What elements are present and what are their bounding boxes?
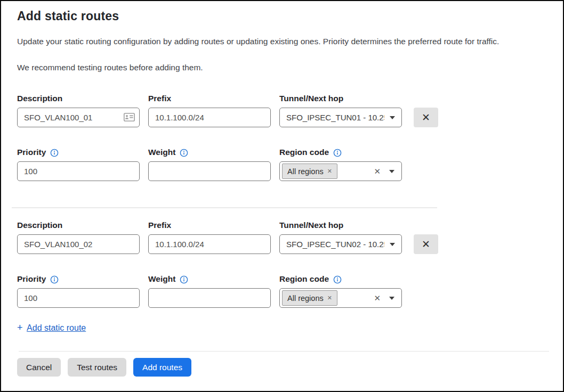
- clear-selection-icon[interactable]: ✕: [373, 294, 382, 302]
- info-icon[interactable]: [333, 149, 342, 157]
- region-tag-chip[interactable]: All regions ✕: [282, 290, 337, 306]
- cancel-button[interactable]: Cancel: [17, 358, 61, 377]
- prefix-field-group: Prefix: [148, 94, 271, 127]
- prefix-field-group: Prefix: [148, 220, 271, 254]
- prefix-label: Prefix: [148, 220, 271, 230]
- weight-label: Weight: [148, 148, 175, 157]
- tunnel-select[interactable]: SFO_IPSEC_TUN01 - 10.25...: [279, 108, 402, 127]
- tunnel-label: Tunnel/Next hop: [279, 94, 402, 103]
- chevron-down-icon: [389, 170, 394, 173]
- chip-close-icon[interactable]: ✕: [327, 168, 332, 174]
- region-tag-label: All regions: [287, 294, 324, 303]
- prefix-input[interactable]: [148, 108, 271, 127]
- tunnel-field-group: Tunnel/Next hop SFO_IPSEC_TUN01 - 10.25.…: [279, 94, 402, 127]
- dialog-footer: Cancel Test routes Add routes: [1, 351, 563, 391]
- chevron-down-icon: [389, 297, 394, 300]
- description-label: Description: [17, 220, 140, 230]
- weight-field-group: Weight: [148, 274, 271, 308]
- remove-route-button[interactable]: ✕: [414, 234, 438, 254]
- region-field-group: Region code All regions ✕ ✕: [279, 148, 402, 181]
- priority-input[interactable]: [17, 288, 140, 308]
- weight-input[interactable]: [148, 288, 271, 308]
- weight-input[interactable]: [148, 161, 271, 181]
- add-static-routes-dialog: { "dialog": { "title": "Add static route…: [0, 0, 564, 392]
- description-label: Description: [17, 94, 140, 103]
- tunnel-field-group: Tunnel/Next hop SFO_IPSEC_TUN02 - 10.25.…: [279, 220, 402, 254]
- weight-label: Weight: [148, 274, 175, 284]
- region-tag-chip[interactable]: All regions ✕: [282, 164, 337, 179]
- info-icon[interactable]: [50, 275, 59, 284]
- priority-input[interactable]: [17, 161, 140, 181]
- region-code-label: Region code: [279, 148, 329, 157]
- chevron-down-icon: [390, 116, 395, 119]
- region-field-group: Region code All regions ✕ ✕: [279, 274, 402, 308]
- tunnel-select-value: SFO_IPSEC_TUN01 - 10.25...: [286, 113, 384, 122]
- info-icon[interactable]: [50, 149, 59, 157]
- description-field-group: Description: [17, 220, 140, 254]
- description-input[interactable]: [17, 108, 140, 127]
- route-group-2: Description Prefix Tunnel/Next hop SFO_I…: [17, 220, 547, 308]
- page-title: Add static routes: [17, 9, 547, 23]
- prefix-input[interactable]: [148, 234, 271, 254]
- info-icon[interactable]: [333, 275, 342, 284]
- info-icon[interactable]: [180, 149, 188, 157]
- priority-field-group: Priority: [17, 274, 140, 308]
- region-multiselect[interactable]: All regions ✕ ✕: [279, 161, 402, 181]
- test-routes-button[interactable]: Test routes: [68, 358, 126, 377]
- chip-close-icon[interactable]: ✕: [327, 295, 332, 301]
- priority-label: Priority: [17, 148, 46, 157]
- tunnel-select-value: SFO_IPSEC_TUN02 - 10.25...: [286, 240, 384, 249]
- priority-field-group: Priority: [17, 148, 140, 181]
- prefix-label: Prefix: [148, 94, 271, 103]
- tunnel-select[interactable]: SFO_IPSEC_TUN02 - 10.25...: [279, 234, 402, 254]
- route-group-1: Description Prefix: [17, 94, 547, 181]
- region-multiselect[interactable]: All regions ✕ ✕: [279, 288, 402, 308]
- route-group-divider: [12, 207, 437, 208]
- intro-text-line1: Update your static routing configuration…: [17, 37, 547, 46]
- region-code-label: Region code: [279, 274, 329, 284]
- priority-label: Priority: [17, 274, 46, 284]
- clear-selection-icon[interactable]: ✕: [373, 167, 382, 175]
- region-tag-label: All regions: [287, 167, 324, 176]
- add-routes-button[interactable]: Add routes: [133, 358, 191, 377]
- tunnel-label: Tunnel/Next hop: [279, 220, 402, 230]
- weight-field-group: Weight: [148, 148, 271, 181]
- add-static-route-link[interactable]: + Add static route: [17, 323, 86, 332]
- description-field-group: Description: [17, 94, 140, 127]
- plus-icon: +: [17, 322, 23, 333]
- remove-route-button[interactable]: ✕: [414, 108, 438, 127]
- info-icon[interactable]: [180, 275, 188, 284]
- chevron-down-icon: [390, 243, 395, 246]
- add-static-route-label: Add static route: [27, 323, 86, 332]
- description-input[interactable]: [17, 234, 140, 254]
- intro-text-line2: We recommend testing routes before addin…: [17, 63, 547, 72]
